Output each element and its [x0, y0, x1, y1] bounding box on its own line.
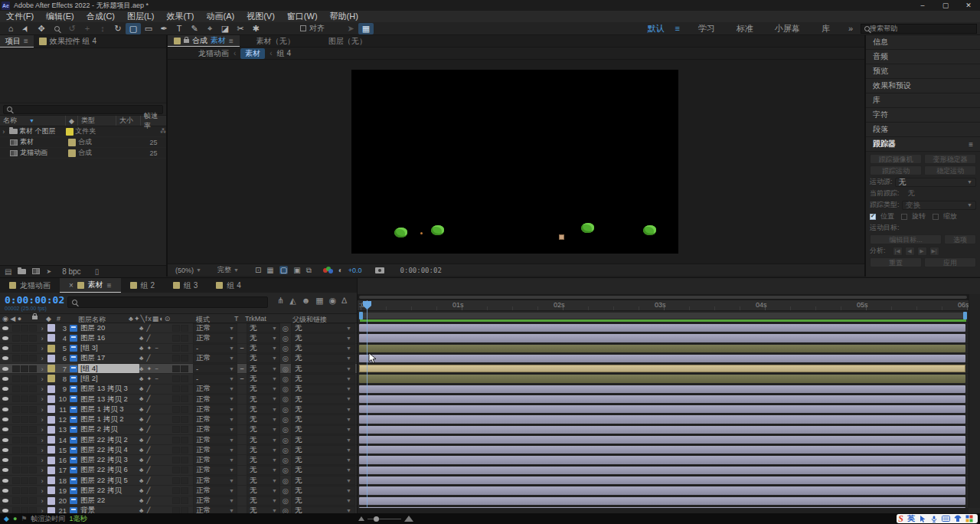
panel-header-5[interactable]: 字符: [866, 108, 980, 123]
layer-duration-bar[interactable]: [359, 426, 965, 434]
layer-visibility-eye-icon[interactable]: [0, 333, 11, 342]
layer-switches[interactable]: ♣ ╱: [139, 425, 167, 434]
layer-visibility-eye-icon[interactable]: [0, 476, 11, 485]
layer-mode-dropdown[interactable]: 正常▼: [193, 404, 237, 414]
breadcrumb-item-active[interactable]: 素材: [240, 48, 265, 59]
composition-canvas[interactable]: [351, 70, 678, 254]
layer-name[interactable]: 图层 20: [78, 323, 139, 332]
layer-av-switches[interactable]: [11, 333, 38, 342]
frame-blend-icon[interactable]: ▦: [315, 296, 323, 306]
layer-label-chip[interactable]: [46, 445, 56, 454]
layer-duration-bar[interactable]: [359, 345, 965, 352]
menu-item-4[interactable]: 效果(T): [160, 11, 200, 22]
analyze-button-3[interactable]: ▶|: [929, 247, 939, 256]
current-time-display[interactable]: 0:00:00:02: [5, 294, 64, 306]
panel-header-1[interactable]: 音频: [866, 50, 980, 64]
layer-trkmat-dropdown[interactable]: 无▼: [247, 414, 280, 424]
layer-bar-row[interactable]: [358, 445, 969, 455]
layer-parent-dropdown[interactable]: 无▼: [291, 323, 355, 332]
project-item-row[interactable]: ›素材 个图层文件夹⁂: [0, 126, 166, 137]
layer-bar-row[interactable]: [358, 333, 969, 343]
layer-name[interactable]: 图层 22 拷贝 5: [78, 476, 139, 485]
layer-visibility-eye-icon[interactable]: [0, 385, 11, 394]
exposure-value[interactable]: +0.0: [348, 267, 362, 274]
magnification-dropdown[interactable]: (50%)▼: [175, 267, 201, 274]
layer-name[interactable]: 图层 13 拷贝 2: [78, 395, 139, 404]
layer-mode-dropdown[interactable]: -▼: [193, 374, 237, 383]
layer-row[interactable]: ›12图层 1 拷贝 2♣ ╱正常▼无▼◎无▼: [0, 414, 357, 424]
layer-duration-bar[interactable]: [359, 415, 965, 423]
layer-t-switch[interactable]: [237, 333, 247, 342]
project-item-name[interactable]: 龙猫动画: [20, 148, 66, 158]
layer-name[interactable]: [组 4]: [78, 364, 139, 373]
layer-t-switch[interactable]: [237, 476, 247, 485]
ime-mic-icon[interactable]: [930, 515, 938, 523]
layer-parent-dropdown[interactable]: 无▼: [291, 445, 355, 454]
layer-parent-dropdown[interactable]: 无▼: [291, 354, 355, 363]
layer-extra-switches[interactable]: [167, 455, 193, 464]
channel-icon[interactable]: [323, 267, 333, 274]
layer-parent-dropdown[interactable]: 无▼: [291, 496, 355, 506]
layer-t-switch[interactable]: [237, 395, 247, 404]
track-motion-button[interactable]: 跟踪运动: [870, 165, 922, 175]
project-item-name[interactable]: 素材 个图层: [19, 126, 64, 136]
layer-row[interactable]: ›13图层 2 拷贝♣ ╱正常▼无▼◎无▼: [0, 425, 357, 435]
layer-twirl-icon[interactable]: ›: [38, 385, 46, 394]
project-flowchart-icon[interactable]: ➤: [46, 268, 51, 275]
layer-mode-dropdown[interactable]: 正常▼: [193, 435, 237, 444]
layer-trkmat-dropdown[interactable]: 无▼: [247, 476, 280, 485]
status-icon[interactable]: ⚑: [21, 515, 27, 522]
layer-extra-switches[interactable]: [167, 385, 193, 394]
layer-visibility-eye-icon[interactable]: [0, 344, 11, 353]
layer-av-switches[interactable]: [11, 486, 38, 495]
layer-row[interactable]: ›15图层 22 拷贝 4♣ ╱正常▼无▼◎无▼: [0, 445, 357, 455]
project-item-row[interactable]: 龙猫动画合成25: [0, 148, 166, 159]
layer-label-chip[interactable]: [46, 496, 56, 506]
layer-name[interactable]: 图层 22 拷贝 3: [78, 455, 139, 464]
timeline-v-scrollbar[interactable]: [969, 294, 980, 508]
layer-switches[interactable]: ♣ ╱: [139, 395, 167, 404]
layer-row[interactable]: ›16图层 22 拷贝 3♣ ╱正常▼无▼◎无▼: [0, 455, 357, 465]
timeline-tab-2[interactable]: 组 2: [121, 278, 164, 293]
layer-switches[interactable]: ♣ ╱: [139, 435, 167, 444]
layer-label-chip[interactable]: [46, 333, 56, 342]
layer-label-chip[interactable]: [46, 466, 56, 475]
layer-av-switches[interactable]: [11, 476, 38, 485]
pick-whip-icon[interactable]: ◎: [280, 333, 291, 342]
menu-item-8[interactable]: 帮助(H): [324, 11, 364, 22]
transparency-grid-icon[interactable]: ▣: [293, 266, 300, 274]
menu-item-5[interactable]: 动画(A): [201, 11, 241, 22]
layer-mode-dropdown[interactable]: 正常▼: [193, 414, 237, 424]
layer-row[interactable]: ›10图层 13 拷贝 2♣ ╱正常▼无▼◎无▼: [0, 395, 357, 404]
project-item-name[interactable]: 素材: [20, 137, 66, 147]
layer-parent-dropdown[interactable]: 无▼: [291, 404, 355, 414]
layer-label-chip[interactable]: [46, 404, 56, 414]
layer-switches[interactable]: ♣ ╱: [139, 445, 167, 454]
layer-mode-dropdown[interactable]: 正常▼: [193, 455, 237, 464]
rectangle-tool[interactable]: ▭: [141, 23, 156, 34]
layer-twirl-icon[interactable]: ›: [38, 404, 46, 414]
layer-label-chip[interactable]: [46, 385, 56, 394]
timeline-search-input[interactable]: [80, 299, 263, 306]
layer-parent-dropdown[interactable]: 无▼: [291, 333, 355, 342]
layer-bar-row[interactable]: [358, 385, 969, 395]
layer-label-chip[interactable]: [46, 374, 56, 383]
layer-visibility-eye-icon[interactable]: [0, 435, 11, 444]
analyze-button-1[interactable]: ◀: [905, 247, 915, 256]
eraser-tool[interactable]: ◪: [217, 23, 233, 34]
workspace-4[interactable]: 库: [811, 23, 841, 34]
layer-name[interactable]: 图层 22 拷贝 6: [78, 466, 139, 475]
layer-name[interactable]: [组 3]: [78, 344, 139, 353]
layer-name[interactable]: 图层 1 拷贝 3: [78, 404, 139, 414]
layer-trkmat-dropdown[interactable]: 无▼: [247, 374, 280, 383]
timeline-tab-3[interactable]: 组 3: [164, 278, 207, 293]
pixel-aspect-icon[interactable]: ⧉: [306, 266, 312, 275]
layer-parent-dropdown[interactable]: 无▼: [291, 374, 355, 383]
layer-label-chip[interactable]: [46, 323, 56, 332]
layer-row[interactable]: ›8[组 2]♣ ✦ −-▼−无▼◎无▼: [0, 374, 357, 384]
layer-twirl-icon[interactable]: ›: [38, 354, 46, 363]
layer-extra-switches[interactable]: [167, 466, 193, 475]
layer-name[interactable]: [组 2]: [78, 374, 139, 383]
pick-whip-icon[interactable]: ◎: [280, 364, 291, 373]
layer-parent-dropdown[interactable]: 无▼: [291, 466, 355, 475]
